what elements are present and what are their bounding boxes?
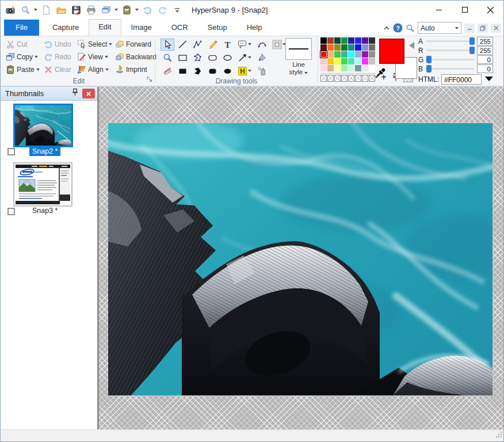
doc-restore-icon[interactable] xyxy=(478,24,488,33)
maximize-icon[interactable] xyxy=(452,1,478,19)
tool-flood-fill-button[interactable] xyxy=(255,52,269,64)
blue-value[interactable]: 0 xyxy=(477,64,493,73)
tool-rectangle-button[interactable] xyxy=(175,52,189,64)
palette-swatch[interactable] xyxy=(369,37,375,44)
transparent-swatch[interactable] xyxy=(327,75,334,82)
tool-eraser-button[interactable] xyxy=(161,65,174,77)
green-slider[interactable] xyxy=(426,56,475,63)
tool-filled-rounded-rectangle-button[interactable] xyxy=(205,65,219,77)
redo-icon[interactable] xyxy=(156,3,169,16)
help-icon[interactable]: ? xyxy=(393,23,403,33)
transparent-swatch[interactable] xyxy=(341,75,348,82)
palette-swatch[interactable] xyxy=(320,65,327,71)
new-image-icon[interactable] xyxy=(40,3,52,16)
tool-callout-button[interactable] xyxy=(235,39,254,51)
tab-capture[interactable]: Capture xyxy=(43,20,89,36)
palette-swatch[interactable] xyxy=(348,65,354,71)
alpha-slider[interactable] xyxy=(426,37,475,45)
red-slider[interactable] xyxy=(426,47,475,54)
palette-swatch[interactable] xyxy=(334,65,341,71)
palette-swatch[interactable] xyxy=(334,37,341,44)
save-icon[interactable] xyxy=(70,3,82,16)
copy-button[interactable]: Copy xyxy=(4,51,42,63)
thumbnail-snap2[interactable] xyxy=(13,104,73,147)
tool-filled-ellipse-button[interactable] xyxy=(220,65,234,77)
red-value[interactable]: 255 xyxy=(477,46,493,55)
palette-swatch[interactable] xyxy=(355,44,361,51)
palette-swatch[interactable] xyxy=(327,44,334,51)
tool-pencil-button[interactable] xyxy=(205,39,219,51)
tool-line-button[interactable] xyxy=(175,39,189,51)
open-icon[interactable] xyxy=(55,3,67,16)
backward-button[interactable]: Backward xyxy=(113,51,157,63)
palette-swatch[interactable] xyxy=(348,44,354,51)
palette-swatch[interactable] xyxy=(355,51,361,58)
palette-swatch[interactable] xyxy=(334,44,341,51)
palette-swatch[interactable] xyxy=(362,51,368,58)
color-menu-dropdown-icon[interactable] xyxy=(485,77,493,81)
zoom-tool-dropdown[interactable] xyxy=(34,9,37,11)
align-button[interactable]: Align xyxy=(75,63,113,76)
capture-window-icon[interactable] xyxy=(100,3,112,16)
close-icon[interactable] xyxy=(478,1,503,19)
palette-swatch[interactable] xyxy=(327,51,334,58)
pin-panel-icon[interactable] xyxy=(71,88,79,99)
palette-swatch[interactable] xyxy=(320,51,327,58)
print-icon[interactable] xyxy=(85,3,97,16)
transparent-swatch[interactable] xyxy=(320,75,327,82)
select-button[interactable]: Select xyxy=(75,38,113,51)
collapse-ribbon-icon[interactable] xyxy=(383,25,390,31)
tool-curve-button[interactable] xyxy=(255,39,269,51)
paste-button[interactable]: Paste xyxy=(4,63,42,76)
tool-spray-button[interactable] xyxy=(255,65,269,77)
view-button[interactable]: View xyxy=(75,51,113,63)
palette-swatch[interactable] xyxy=(320,37,327,44)
canvas-area[interactable] xyxy=(99,87,503,429)
hypersnap-camera-icon[interactable] xyxy=(4,3,17,16)
palette-swatch[interactable] xyxy=(355,58,361,64)
palette-swatch[interactable] xyxy=(369,51,375,58)
tool-filled-rectangle-button[interactable] xyxy=(175,65,189,77)
palette-swatch[interactable] xyxy=(327,37,334,44)
zoom-tool-icon[interactable] xyxy=(19,3,32,16)
paste-capture-dropdown[interactable] xyxy=(135,9,139,11)
palette-swatch[interactable] xyxy=(341,58,348,64)
capture-window-dropdown[interactable] xyxy=(114,9,118,11)
edit-dialog-launcher-icon[interactable] xyxy=(147,74,152,85)
tool-zoom-button[interactable] xyxy=(161,52,174,64)
green-value[interactable]: 0 xyxy=(477,55,493,64)
tool-pointer-button[interactable] xyxy=(161,39,174,51)
undo-button[interactable]: Undo xyxy=(42,38,75,51)
alpha-value[interactable]: 255 xyxy=(477,37,493,45)
transparent-swatch[interactable] xyxy=(334,75,341,82)
palette-swatch[interactable] xyxy=(355,37,361,44)
blue-slider[interactable] xyxy=(426,65,475,73)
line-style-button[interactable]: Line style xyxy=(284,38,314,76)
tool-arrow-button[interactable] xyxy=(235,52,254,64)
palette-swatch[interactable] xyxy=(355,65,361,71)
palette-swatch[interactable] xyxy=(362,44,368,51)
snap2-checkbox[interactable] xyxy=(7,148,15,155)
tab-image[interactable]: Image xyxy=(121,20,162,36)
undo-icon[interactable] xyxy=(141,3,154,16)
palette-swatch[interactable] xyxy=(348,37,354,44)
minimize-icon[interactable] xyxy=(426,1,452,19)
foreground-color-swatch[interactable] xyxy=(379,39,404,64)
redo-button[interactable]: Redo xyxy=(42,51,75,63)
tool-rounded-rectangle-button[interactable] xyxy=(205,52,219,64)
snap2-label[interactable]: Snap2 * xyxy=(29,147,60,156)
clear-button[interactable]: Clear xyxy=(42,63,75,76)
doc-close-icon[interactable] xyxy=(491,24,501,33)
thumbnail-snap3[interactable] xyxy=(13,162,72,207)
cut-button[interactable]: Cut xyxy=(4,38,42,51)
palette-swatch[interactable] xyxy=(369,44,375,51)
resize-grip[interactable] xyxy=(495,430,502,440)
palette-swatch[interactable] xyxy=(362,37,368,44)
palette-swatch[interactable] xyxy=(369,58,375,64)
palette-swatch[interactable] xyxy=(327,58,334,64)
tab-ocr[interactable]: OCR xyxy=(162,20,198,36)
tab-edit[interactable]: Edit xyxy=(89,19,121,36)
palette-swatch[interactable] xyxy=(320,58,327,64)
palette-swatch[interactable] xyxy=(334,51,341,58)
palette-swatch[interactable] xyxy=(348,58,354,64)
